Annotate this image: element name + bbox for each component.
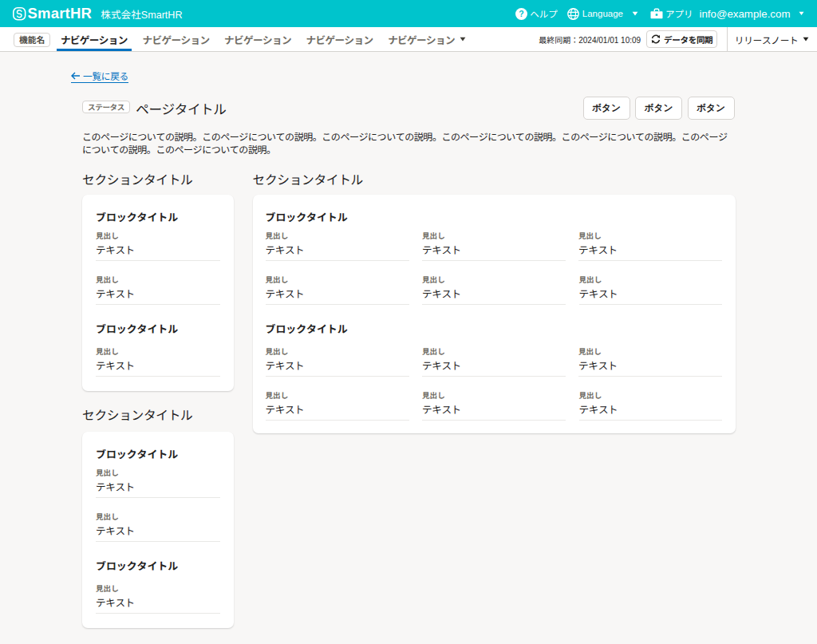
svg-text:?: ? [519,9,524,18]
